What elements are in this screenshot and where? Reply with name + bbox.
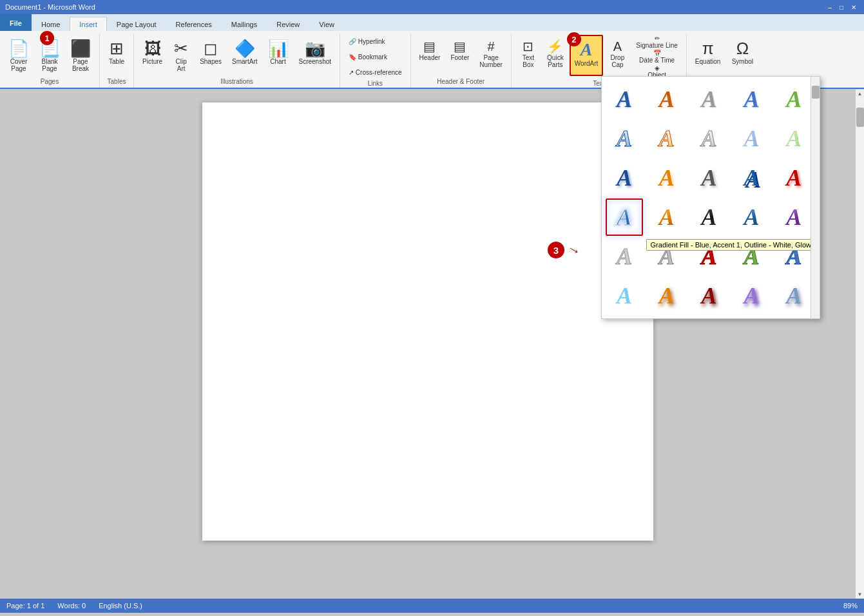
title-bar: Document1 - Microsoft Word ‒ □ ✕ [0, 0, 864, 14]
wordart-style-16[interactable]: A [606, 198, 643, 236]
clip-art-label: ClipArt [176, 58, 187, 72]
tab-mailings[interactable]: Mailings [222, 17, 267, 31]
wordart-style-3[interactable]: A [691, 81, 728, 118]
footer-button[interactable]: ▤ Footer [446, 35, 474, 76]
cross-reference-button[interactable]: ↗ Cross-reference [344, 66, 406, 79]
shapes-label: Shapes [200, 58, 222, 65]
equation-button[interactable]: π Equation [691, 35, 725, 76]
symbol-icon: Ω [736, 40, 749, 57]
dropdown-scroll-thumb [812, 86, 820, 99]
table-button[interactable]: ⊞ Table [104, 35, 130, 76]
scroll-up-arrow[interactable]: ▲ [856, 90, 864, 98]
status-bar: Page: 1 of 1 Words: 0 English (U.S.) 89% [0, 599, 864, 613]
step-1-badge: 1 [40, 31, 54, 45]
header-button[interactable]: ▤ Header [415, 35, 445, 76]
text-small-buttons: ✏ Signature Line 📅 Date & Time ◈ Object [631, 35, 682, 79]
wordart-style-8[interactable]: A [691, 120, 728, 157]
hyperlink-button[interactable]: 🔗 Hyperlink [344, 35, 389, 48]
symbol-button[interactable]: Ω Symbol [726, 35, 758, 76]
wordart-grid: A A A A A A A A A A A A A A A A A A A A … [606, 81, 816, 314]
links-group-label: Links [344, 79, 406, 88]
minimize-icon[interactable]: ‒ [825, 3, 834, 12]
wordart-style-5[interactable]: A [775, 81, 812, 118]
shapes-button[interactable]: ◻ Shapes [195, 35, 226, 76]
ribbon-group-header-footer: ▤ Header ▤ Footer # PageNumber Header & … [411, 34, 512, 88]
screenshot-label: Screenshot [299, 58, 332, 65]
right-scrollbar[interactable]: ▲ ▼ [855, 90, 864, 599]
chart-button[interactable]: 📊 Chart [264, 35, 293, 76]
illustrations-group-label: Illustrations [138, 77, 336, 86]
tab-bar: File Home Insert Page Layout References … [0, 14, 864, 31]
wordart-icon: A [581, 41, 593, 59]
wordart-style-20[interactable]: A [775, 198, 812, 236]
cover-page-button[interactable]: 📄 CoverPage [4, 35, 34, 76]
tab-insert[interactable]: Insert [70, 17, 107, 31]
clip-art-button[interactable]: ✂ ClipArt [168, 35, 194, 76]
wordart-style-13[interactable]: A [691, 159, 728, 197]
screenshot-icon: 📷 [305, 40, 325, 57]
header-footer-buttons: ▤ Header ▤ Footer # PageNumber [415, 35, 507, 77]
drop-cap-button[interactable]: A DropCap [604, 35, 630, 76]
close-icon[interactable]: ✕ [849, 3, 859, 12]
quick-parts-label: QuickParts [547, 54, 564, 68]
tables-group-label: Tables [104, 77, 130, 86]
wordart-style-18[interactable]: A [691, 198, 728, 236]
ribbon-group-tables: ⊞ Table Tables [100, 34, 134, 88]
links-buttons: 🔗 Hyperlink 🔖 Bookmark ↗ Cross-reference [344, 35, 406, 79]
smartart-button[interactable]: 🔷 SmartArt [227, 35, 262, 76]
chart-icon: 📊 [268, 40, 289, 57]
signature-line-icon: ✏ [655, 35, 660, 42]
wordart-style-28[interactable]: A [691, 277, 728, 314]
wordart-style-29[interactable]: A [733, 277, 770, 314]
picture-button[interactable]: 🖼 Picture [138, 35, 167, 76]
dropdown-scrollbar[interactable] [811, 77, 820, 318]
text-box-button[interactable]: ⊡ TextBox [515, 35, 541, 76]
tab-view[interactable]: View [309, 17, 344, 31]
smartart-label: SmartArt [232, 58, 257, 65]
window-controls: ‒ □ ✕ [825, 3, 859, 12]
wordart-style-10[interactable]: A [775, 120, 812, 157]
page-break-button[interactable]: ⬛ PageBreak [66, 35, 95, 76]
wordart-style-21[interactable]: A [606, 238, 643, 275]
tab-page-layout[interactable]: Page Layout [107, 17, 166, 31]
cover-page-icon: 📄 [8, 40, 29, 57]
tab-review[interactable]: Review [267, 17, 309, 31]
wordart-style-17[interactable]: A [648, 198, 686, 236]
scroll-down-arrow[interactable]: ▼ [856, 590, 864, 599]
wordart-style-1[interactable]: A [606, 81, 643, 118]
symbol-label: Symbol [732, 58, 753, 65]
tab-home[interactable]: Home [32, 17, 70, 31]
wordart-style-9[interactable]: A [733, 120, 770, 157]
wordart-style-30[interactable]: A [775, 277, 812, 314]
ribbon-group-illustrations: 🖼 Picture ✂ ClipArt ◻ Shapes 🔷 SmartArt … [134, 34, 340, 88]
picture-icon: 🖼 [144, 40, 161, 57]
pages-group-label: Pages [4, 77, 95, 86]
wordart-style-12[interactable]: A [648, 159, 686, 197]
word-count: Words: 0 [57, 602, 86, 610]
text-box-label: TextBox [523, 54, 534, 68]
bookmark-button[interactable]: 🔖 Bookmark [344, 50, 392, 63]
chart-label: Chart [270, 58, 285, 65]
wordart-style-15[interactable]: A [775, 159, 812, 197]
page-number-button[interactable]: # PageNumber [475, 35, 507, 76]
blank-page-label: BlankPage [41, 58, 57, 72]
wordart-style-6[interactable]: A [606, 120, 643, 157]
wordart-style-14[interactable]: A [733, 159, 770, 197]
wordart-style-11[interactable]: A [606, 159, 643, 197]
language: English (U.S.) [99, 602, 142, 610]
wordart-style-19[interactable]: A [733, 198, 770, 236]
wordart-style-4[interactable]: A [733, 81, 770, 118]
screenshot-button[interactable]: 📷 Screenshot [294, 35, 336, 76]
text-box-icon: ⊡ [523, 40, 533, 53]
signature-line-button[interactable]: ✏ Signature Line [631, 35, 682, 49]
tab-file[interactable]: File [0, 14, 32, 31]
maximize-icon[interactable]: □ [837, 3, 846, 12]
wordart-style-27[interactable]: A [648, 277, 686, 314]
quick-parts-button[interactable]: ⚡ QuickParts [542, 35, 568, 76]
scroll-thumb[interactable] [856, 108, 864, 127]
wordart-style-2[interactable]: A [648, 81, 686, 118]
tab-references[interactable]: References [166, 17, 222, 31]
wordart-style-26[interactable]: A [606, 277, 643, 314]
wordart-style-7[interactable]: A [648, 120, 686, 157]
date-time-button[interactable]: 📅 Date & Time [631, 50, 682, 64]
